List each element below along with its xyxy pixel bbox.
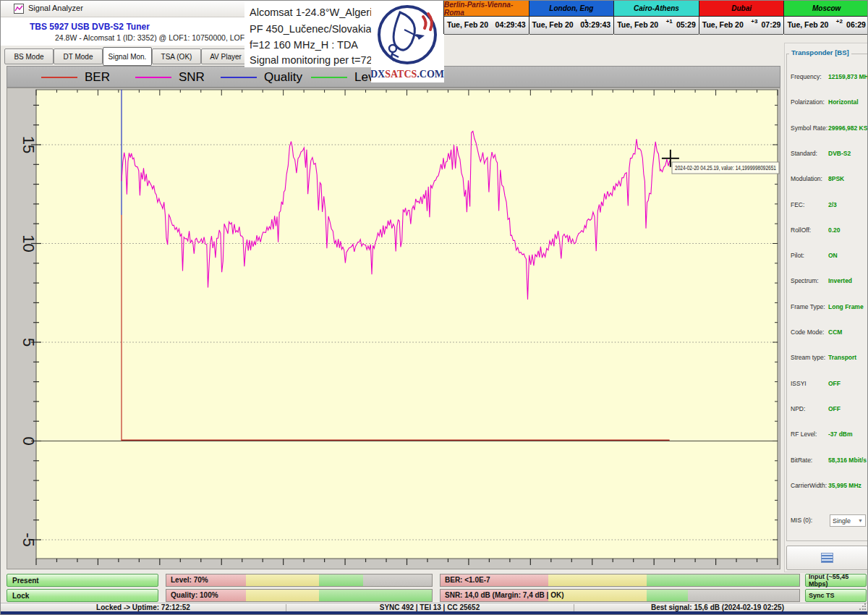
tab-av-player[interactable]: AV Player xyxy=(201,48,250,64)
ts-table-button[interactable] xyxy=(786,546,868,570)
transponder-row-value: 35,995 MHz xyxy=(828,482,861,489)
clock-berlin-paris-vienna-roma: Berlin-Paris-Vienna-RomaTue, Feb 2004:29… xyxy=(443,1,529,34)
transponder-row-label: RF Level: xyxy=(791,430,817,438)
clock-time: 04:29:43 xyxy=(495,20,526,29)
mis-dropdown[interactable]: Single ▼ xyxy=(830,514,866,527)
info-line-4: Signal monitoring per t=72 h xyxy=(250,54,381,66)
legend-label-quality: Quality xyxy=(264,70,302,85)
transponder-row-value: ON xyxy=(828,252,838,259)
chart-panel: 151050-52024-02-20 04.25.19, value: 14,1… xyxy=(7,88,780,569)
signal-chart[interactable]: 151050-52024-02-20 04.25.19, value: 14,1… xyxy=(7,88,780,569)
legend-line-level xyxy=(311,77,347,78)
transponder-row-label: Frequency: xyxy=(791,73,822,80)
snr-bar: SNR: 14,0 dB (Margin: 7,4 dB | OK) xyxy=(440,589,800,602)
transponder-row-value: DVB-S2 xyxy=(828,150,851,157)
taskbar-strip xyxy=(1,611,868,615)
clock-utc-offset: +2 xyxy=(836,18,843,25)
resize-grip[interactable] xyxy=(859,603,866,611)
ber-bar-label: BER: <1.0E-7 xyxy=(445,576,490,584)
transponder-row-label: Frame Type: xyxy=(791,303,825,310)
satellite-dish-icon: DXSATCS.COM xyxy=(371,1,444,82)
tuner-name: TBS 5927 USB DVB-S2 Tuner xyxy=(30,22,150,32)
transponder-row-value: Long Frame xyxy=(828,303,864,310)
transponder-row-value: Inverted xyxy=(828,277,852,284)
svg-text:5: 5 xyxy=(20,338,38,347)
clock-dubai: DubaiTue, Feb 20+307:29 xyxy=(699,1,784,34)
transponder-row-value: Transport xyxy=(828,354,856,361)
mis-label: MIS (0): xyxy=(791,517,812,524)
tab-bs-mode[interactable]: BS Mode xyxy=(4,48,54,64)
quality-bar-label: Quality: 100% xyxy=(171,591,218,599)
transponder-row-value: 29996,982 KS/s xyxy=(828,124,868,132)
svg-text:10: 10 xyxy=(20,234,38,252)
transponder-row-label: Modulation: xyxy=(791,175,822,182)
transponder-row-label: ISSYI xyxy=(791,380,807,387)
transponder-title: Transponder [BS] xyxy=(789,48,851,56)
tab-tsa-ok[interactable]: TSA (OK) xyxy=(152,48,201,64)
chart-tooltip: 2024-02-20 04.25.19, value: 14,199999809… xyxy=(675,164,776,171)
clock-city: Moscow xyxy=(784,1,868,17)
legend-label-ber: BER xyxy=(85,70,110,85)
sync-ts-label: Sync TS xyxy=(809,592,835,599)
status-sync: SYNC 492 | TEI 13 | CC 25652 xyxy=(286,603,574,611)
legend-line-quality xyxy=(221,77,257,78)
transponder-row-label: Standard: xyxy=(791,150,817,157)
level-bar-label: Level: 70% xyxy=(171,576,208,584)
transponder-row-value: CCM xyxy=(828,328,842,336)
lock-label: Lock xyxy=(12,592,29,600)
tab-signal-mon[interactable]: Signal Mon. xyxy=(103,47,152,66)
status-uptime: Locked -> Uptime: 72:12:52 xyxy=(1,603,286,611)
transponder-row-label: RollOff: xyxy=(791,226,811,234)
transponder-row-label: Polarization: xyxy=(791,98,825,106)
present-indicator: Present xyxy=(7,574,158,587)
clock-moscow: MoscowTue, Feb 20+206:29 xyxy=(783,1,868,34)
transponder-row-value: 8PSK xyxy=(828,175,844,182)
app-icon xyxy=(14,4,24,14)
transponder-row-label: FEC: xyxy=(791,201,804,208)
transponder-row-label: Stream type: xyxy=(791,354,825,361)
dxsatcs-logo: DXSATCS.COM xyxy=(371,1,444,82)
chevron-down-icon: ▼ xyxy=(858,518,863,523)
snr-bar-label: SNR: 14,0 dB (Margin: 7,4 dB | OK) xyxy=(445,591,563,599)
svg-text:0: 0 xyxy=(20,436,38,445)
clock-london-eng: London, EngTue, Feb 20-103:29:43 xyxy=(529,1,614,34)
clock-city: Berlin-Paris-Vienna-Roma xyxy=(444,1,529,17)
transponder-row-label: CarrierWidth: xyxy=(791,482,827,489)
transponder-row-value: 2/3 xyxy=(828,201,837,208)
clock-date: Tue, Feb 20 xyxy=(787,20,828,29)
info-line-1: Alcomsat 1-24.8°W_Algeria xyxy=(250,7,378,18)
clock-city: Cairo-Athens xyxy=(614,1,699,17)
input-indicator: Input (~55,45 Mbps) xyxy=(805,574,867,587)
transponder-row-value: OFF xyxy=(828,380,841,387)
world-clocks: Berlin-Paris-Vienna-RomaTue, Feb 2004:29… xyxy=(443,1,868,34)
clock-utc-offset: +1 xyxy=(666,18,673,25)
signal-analyzer-window: Signal Analyzer TBS 5927 USB DVB-S2 Tune… xyxy=(0,0,868,615)
transponder-row-label: Symbol Rate: xyxy=(791,124,827,132)
quality-bar: Quality: 100% xyxy=(166,589,433,602)
tab-dt-mode[interactable]: DT Mode xyxy=(54,48,103,64)
monitoring-info-block: Alcomsat 1-24.8°W_Algeria PF 450_Lučenec… xyxy=(244,1,371,67)
clock-utc-offset: +3 xyxy=(751,18,757,25)
clock-city: Dubai xyxy=(699,1,784,17)
clock-time: 03:29:43 xyxy=(580,20,610,29)
transponder-row-label: Spectrum: xyxy=(791,277,819,284)
clock-time: 06:29 xyxy=(846,20,866,29)
transponder-row-label: BitRate: xyxy=(791,457,812,464)
clock-time: 05:29 xyxy=(676,20,696,29)
transponder-row-value: OFF xyxy=(828,405,841,412)
transponder-row-value: 58,316 Mbit/s xyxy=(828,457,867,464)
clock-date: Tue, Feb 20 xyxy=(532,20,574,29)
lock-indicator: Lock xyxy=(7,589,158,602)
input-label: Input (~55,45 Mbps) xyxy=(809,573,866,588)
legend-label-snr: SNR xyxy=(179,70,205,85)
table-icon xyxy=(821,553,833,563)
clock-time: 07:29 xyxy=(762,20,781,29)
svg-text:15: 15 xyxy=(20,136,38,153)
window-title: Signal Analyzer xyxy=(28,4,83,12)
clock-date: Tue, Feb 20 xyxy=(702,20,744,29)
level-bar: Level: 70% xyxy=(166,574,433,587)
status-best-signal: Best signal: 15,6 dB (2024-02-19 02:25) xyxy=(574,603,861,611)
clock-date: Tue, Feb 20 xyxy=(447,20,488,29)
svg-text:DXSATCS.COM: DXSATCS.COM xyxy=(371,69,444,80)
svg-text:-5: -5 xyxy=(20,533,38,547)
